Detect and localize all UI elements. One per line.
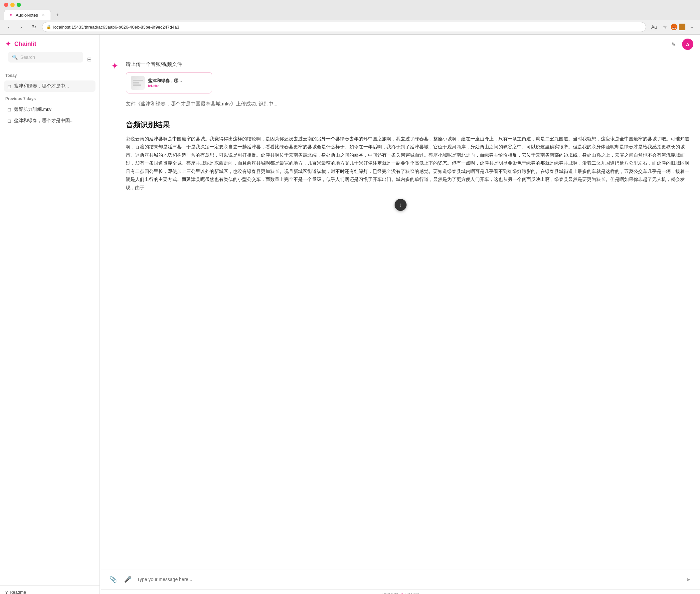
readme-button[interactable]: ? Readme <box>0 585 99 594</box>
address-bar[interactable]: 🔒 localhost:15433/thread/ac63aab6-b626-4… <box>42 22 646 32</box>
search-icon: 🔍 <box>12 55 18 60</box>
sidebar: ✦ Chainlit 🔍 Search ⊟ Today ◻ 盐津和绿春，哪个才是… <box>0 35 100 594</box>
mic-button[interactable]: 🎤 <box>122 574 133 585</box>
send-icon: ➤ <box>686 576 690 583</box>
thread-item[interactable]: ◻ 盐津和绿春，哪个才是中... 🗑 <box>4 80 95 92</box>
bookmark-button[interactable]: ☆ <box>660 22 669 32</box>
message-text: 请上传一个音频/视频文件 <box>126 61 690 68</box>
search-placeholder: Search <box>20 55 35 60</box>
message-row: ✦ 文件《盐津和绿春，哪个才是中国最窄县城.mkv》上传成功, 识别中... <box>111 99 690 110</box>
traffic-light-close[interactable] <box>4 3 8 7</box>
back-button[interactable]: ‹ <box>4 22 13 32</box>
scroll-down-button[interactable]: ↓ <box>394 199 407 211</box>
message-input[interactable] <box>137 577 679 582</box>
forward-button[interactable]: › <box>17 22 26 32</box>
content-heading: 音频识别结果 <box>126 120 690 130</box>
footer-text: Built with <box>382 592 398 594</box>
readme-icon: ? <box>5 590 8 594</box>
traffic-light-minimize[interactable] <box>10 3 14 7</box>
logo-icon: ✦ <box>5 40 11 48</box>
menu-button[interactable]: ··· <box>687 22 696 32</box>
avatar[interactable]: A <box>682 39 693 50</box>
bot-avatar-icon: ✦ <box>111 61 119 71</box>
mic-icon: 🎤 <box>124 576 131 583</box>
file-info: 盐津和绿春，哪... tet-stre <box>148 78 182 88</box>
previous-label: Previous 7 days <box>4 95 95 102</box>
logo-text: Chainlit <box>14 40 36 47</box>
message-body: 音频识别结果 都说云南的延津县啊是中国最窄的县城。我觉得得出这样的结论啊，是因为… <box>126 116 690 193</box>
message-body: 文件《盐津和绿春，哪个才是中国最窄县城.mkv》上传成功, 识别中... <box>126 99 690 108</box>
traffic-light-fullscreen[interactable] <box>17 3 21 7</box>
bot-avatar: ✦ <box>111 61 122 71</box>
search-bar[interactable]: 🔍 Search <box>8 52 83 63</box>
thread-title: 盐津和绿春，哪个才是中... <box>14 83 85 89</box>
thread-title: 翹臀肌力訓練.mkv <box>14 106 92 112</box>
today-label: Today <box>4 72 95 79</box>
tab-favicon: ✦ <box>9 12 13 18</box>
url-text: localhost:15433/thread/ac63aab6-b626-40e… <box>53 25 179 30</box>
reload-button[interactable]: ↻ <box>29 22 39 32</box>
message-row: ✦ 音频识别结果 都说云南的延津县啊是中国最窄的县城。我觉得得出这样的结论啊，是… <box>111 116 690 193</box>
bot-avatar: ✦ <box>111 116 122 127</box>
extension-icon <box>679 24 686 30</box>
sidebar-previous-section: Previous 7 days ◻ 翹臀肌力訓練.mkv ◻ 盐津和绿春，哪个才… <box>0 94 99 128</box>
main-content: ✎ A ✦ 请上传一个音频/视频文件 <box>101 35 700 594</box>
send-button[interactable]: ➤ <box>683 574 693 585</box>
footer-logo-icon: ✦ <box>400 592 404 594</box>
browser-tab[interactable]: ✦ AudioNotes ✕ <box>4 10 51 20</box>
main-header: ✎ A <box>101 35 700 54</box>
sidebar-header: ✦ Chainlit <box>0 35 99 52</box>
file-name: 盐津和绿春，哪... <box>148 78 182 84</box>
sidebar-today-section: Today ◻ 盐津和绿春，哪个才是中... 🗑 <box>0 70 99 94</box>
file-thumbnail <box>131 76 145 90</box>
reader-mode-button[interactable]: Aa <box>649 22 659 32</box>
thread-title: 盐津和绿春，哪个才是中国... <box>14 118 92 124</box>
attach-icon: 📎 <box>109 576 117 583</box>
secure-icon: 🔒 <box>46 25 51 29</box>
input-area: 📎 🎤 ➤ <box>101 569 700 589</box>
thread-icon: ◻ <box>7 107 11 112</box>
new-tab-button[interactable]: + <box>53 11 62 19</box>
firefox-icon: 🦊 <box>671 24 677 30</box>
attach-button[interactable]: 📎 <box>108 574 119 585</box>
content-section: 音频识别结果 都说云南的延津县啊是中国最窄的县城。我觉得得出这样的结论啊，是因为… <box>126 116 690 193</box>
scroll-down-icon: ↓ <box>399 202 402 208</box>
status-message: 文件《盐津和绿春，哪个才是中国最窄县城.mkv》上传成功, 识别中... <box>126 99 690 108</box>
filter-button[interactable]: ⊟ <box>87 56 92 63</box>
message-row: ✦ 请上传一个音频/视频文件 <box>111 61 690 94</box>
thread-item[interactable]: ◻ 盐津和绿春，哪个才是中国... <box>4 115 95 126</box>
thread-icon: ◻ <box>7 84 11 89</box>
tab-close-button[interactable]: ✕ <box>40 12 46 18</box>
app-logo: ✦ Chainlit <box>5 40 36 48</box>
app-footer: Built with ✦ Chainlit <box>101 589 700 594</box>
tab-title: AudioNotes <box>15 13 38 18</box>
file-card[interactable]: 盐津和绿春，哪... tet-stre <box>126 72 212 94</box>
thread-item[interactable]: ◻ 翹臀肌力訓練.mkv <box>4 104 95 115</box>
thread-icon: ◻ <box>7 118 11 123</box>
chat-area[interactable]: ✦ 请上传一个音频/视频文件 <box>101 54 700 569</box>
file-sub: tet-stre <box>148 84 182 88</box>
readme-label: Readme <box>10 590 26 594</box>
content-paragraph: 都说云南的延津县啊是中国最窄的县城。我觉得得出这样的结论啊，是因为你还没去过云南… <box>126 135 690 192</box>
footer-brand: Chainlit <box>406 592 419 594</box>
new-chat-button[interactable]: ✎ <box>668 39 679 50</box>
bot-avatar: ✦ <box>111 99 122 110</box>
message-body: 请上传一个音频/视频文件 <box>126 61 690 94</box>
